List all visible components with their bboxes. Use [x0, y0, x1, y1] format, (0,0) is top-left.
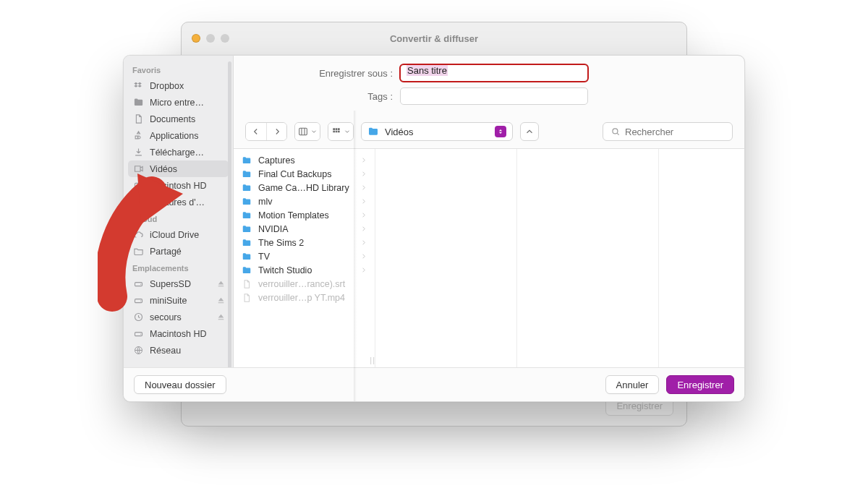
sidebar-item-label: Vidéos	[150, 163, 177, 175]
filename-value: Sans titre	[407, 65, 448, 76]
folder-icon	[241, 265, 252, 275]
columns-icon	[297, 126, 309, 137]
sidebar-item-label: Captures d'…	[150, 197, 205, 208]
traffic-lights[interactable]	[192, 34, 229, 43]
file-item: verrouiller…p YT.mp4	[234, 291, 375, 304]
tags-input[interactable]	[400, 87, 588, 105]
folder-icon	[241, 197, 252, 207]
sidebar-item-micro-entre-[interactable]: Micro entre…	[124, 94, 233, 111]
group-segment	[328, 122, 354, 141]
sidebar-item-label: Macintosh HD	[150, 180, 207, 192]
download-icon	[132, 147, 144, 158]
chevron-right-icon	[359, 252, 367, 260]
nav-forward-button[interactable]	[266, 123, 286, 140]
sidebar-item-icloud-drive[interactable]: iCloud Drive	[124, 226, 233, 243]
column-3[interactable]	[659, 149, 744, 367]
sidebar-section-header: Emplacements	[124, 260, 233, 275]
collapse-button[interactable]	[520, 122, 539, 141]
chevron-right-icon	[359, 266, 367, 274]
apps-icon	[132, 130, 144, 142]
hd-icon	[132, 180, 144, 192]
sidebar-item-label: Dropbox	[150, 80, 184, 92]
column-0[interactable]: CapturesFinal Cut BackupsGame Ca…HD Libr…	[234, 149, 375, 367]
file-item[interactable]: Final Cut Backups	[234, 167, 375, 181]
eject-icon[interactable]	[216, 279, 226, 288]
cloud-icon	[132, 229, 144, 241]
nav-back-button[interactable]	[246, 123, 266, 140]
sidebar-item-label: secours	[150, 312, 182, 323]
main-panel: Enregistrer sous : Sans titre Tags :	[234, 56, 744, 367]
sidebar-item-vid-os[interactable]: Vidéos	[128, 160, 229, 177]
tags-label: Tags :	[248, 91, 400, 102]
sidebar-item-applications[interactable]: Applications	[124, 127, 233, 144]
file-item[interactable]: Twitch Studio	[234, 263, 375, 277]
drive-icon	[132, 295, 144, 307]
file-label: Captures	[258, 155, 295, 166]
folder-icon	[241, 238, 252, 248]
file-label: Game Ca…HD Library	[258, 183, 349, 193]
chevron-right-icon	[359, 225, 367, 233]
file-item[interactable]: Game Ca…HD Library	[234, 181, 375, 194]
sidebar-item-label: Applications	[150, 130, 198, 142]
sidebar-item-secours[interactable]: secours	[124, 309, 233, 325]
save-button[interactable]: Enregistrer	[666, 375, 734, 394]
camera-icon	[132, 197, 144, 208]
group-button[interactable]	[328, 123, 353, 140]
view-columns-button[interactable]	[295, 123, 320, 140]
sidebar-item-label: Micro entre…	[150, 97, 204, 108]
chevron-up-icon	[524, 127, 535, 137]
sidebar-item-macintosh-hd[interactable]: Macintosh HD	[124, 325, 233, 342]
chevron-right-icon	[359, 170, 367, 178]
file-label: The Sims 2	[258, 238, 304, 248]
cancel-button[interactable]: Annuler	[605, 375, 660, 394]
search-field[interactable]	[603, 122, 733, 141]
folder-icon	[241, 169, 252, 179]
column-2[interactable]	[517, 149, 659, 367]
file-item[interactable]: The Sims 2	[234, 236, 375, 249]
sidebar-item-t-l-charge-[interactable]: Télécharge…	[124, 144, 233, 160]
file-item[interactable]: Captures	[234, 153, 375, 167]
file-label: mlv	[258, 197, 272, 207]
video-icon	[132, 163, 144, 175]
parent-window-title: Convertir & diffuser	[182, 33, 686, 44]
sidebar-item-minisuite[interactable]: miniSuite	[124, 292, 233, 309]
search-input[interactable]	[625, 127, 725, 137]
folder-icon	[241, 210, 252, 221]
zoom-window-icon[interactable]	[221, 34, 229, 43]
column-1[interactable]	[375, 149, 517, 367]
sidebar-item-label: Documents	[150, 114, 195, 125]
eject-icon[interactable]	[216, 296, 226, 305]
sidebar-item-r-seau[interactable]: Réseau	[124, 342, 233, 359]
folder-icon	[241, 224, 252, 234]
filename-input[interactable]: Sans titre	[400, 64, 588, 82]
sheet-footer: Nouveau dossier Annuler Enregistrer	[124, 367, 744, 401]
sidebar-item-dropbox[interactable]: Dropbox	[124, 77, 233, 94]
file-item[interactable]: TV	[234, 249, 375, 263]
file-item[interactable]: NVIDIA	[234, 222, 375, 236]
chevron-right-icon	[359, 197, 367, 205]
chevron-down-icon	[344, 128, 351, 135]
file-label: verrouiller…rance).srt	[258, 279, 345, 289]
minimize-window-icon[interactable]	[206, 34, 215, 43]
file-item[interactable]: mlv	[234, 194, 375, 208]
column-resize-handle[interactable]: ||	[370, 356, 375, 364]
sidebar-item-label: Macintosh HD	[150, 328, 207, 340]
sidebar-item-macintosh-hd[interactable]: Macintosh HD	[124, 177, 233, 194]
location-popup[interactable]: Vidéos	[361, 122, 513, 141]
updown-icon	[495, 126, 506, 137]
sidebar-item-superssd[interactable]: SupersSD	[124, 275, 233, 292]
file-icon	[241, 293, 252, 303]
sidebar-item-captures-d-[interactable]: Captures d'…	[124, 194, 233, 210]
new-folder-button[interactable]: Nouveau dossier	[134, 375, 226, 394]
file-label: Motion Templates	[258, 210, 329, 221]
eject-icon[interactable]	[216, 312, 226, 322]
sidebar-item-label: Réseau	[150, 345, 181, 356]
sidebar-item-documents[interactable]: Documents	[124, 111, 233, 127]
search-icon	[610, 127, 621, 137]
close-window-icon[interactable]	[192, 34, 200, 43]
save-as-label: Enregistrer sous :	[248, 68, 400, 79]
sidebar-scrollbar[interactable]	[228, 61, 231, 367]
sidebar-item-partag-[interactable]: Partagé	[124, 243, 233, 260]
chevron-right-icon	[272, 127, 282, 137]
file-item[interactable]: Motion Templates	[234, 208, 375, 222]
